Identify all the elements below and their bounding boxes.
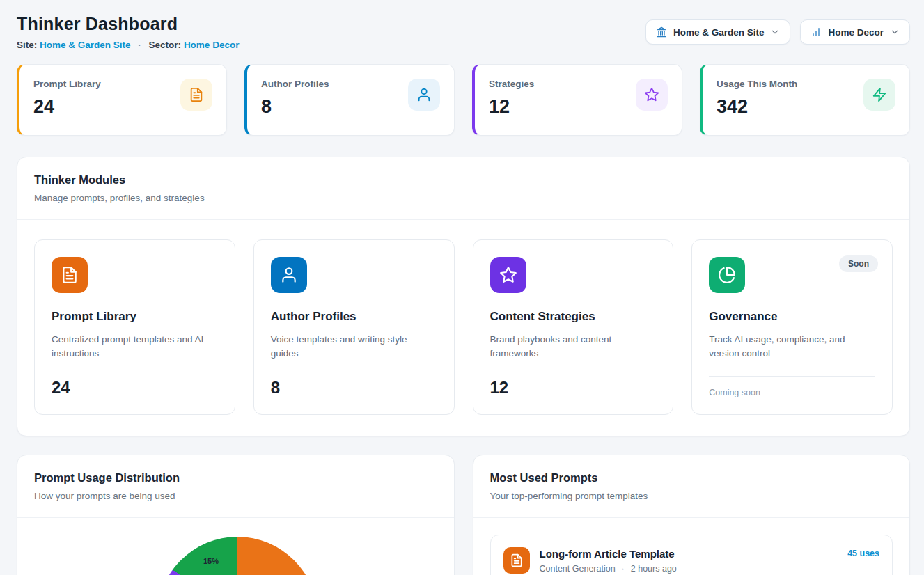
chevron-down-icon [770,27,780,37]
bar-chart-icon [811,26,822,38]
pie-chart-icon [709,257,745,293]
stat-value: 342 [717,96,797,118]
usage-card-title: Prompt Usage Distribution [34,471,437,485]
user-icon [271,257,307,293]
module-title: Content Strategies [490,310,657,324]
stat-label: Strategies [489,79,534,89]
module-description: Track AI usage, compliance, and version … [709,333,875,361]
stat-label: Author Profiles [261,79,329,89]
stat-text: Prompt Library 24 [33,79,101,118]
module-title: Author Profiles [271,310,437,324]
file-text-icon [503,547,530,574]
breadcrumb: Site: Home & Garden Site · Sector: Home … [17,40,239,50]
header-left: Thinker Dashboard Site: Home & Garden Si… [17,14,239,50]
divider [709,376,875,377]
prompt-item-time: 2 hours ago [631,564,677,574]
stat-label: Prompt Library [33,79,101,89]
coming-soon-text: Coming soon [709,388,875,397]
module-count: 8 [271,378,437,397]
stat-text: Author Profiles 8 [261,79,329,118]
breadcrumb-separator: · [138,40,141,50]
stat-card-strategies: Strategies 12 [472,64,682,136]
donut-chart [157,537,318,575]
modules-panel-header: Thinker Modules Manage prompts, profiles… [17,157,909,219]
modules-grid: Prompt Library Centralized prompt templa… [17,220,909,436]
file-text-icon [52,257,88,293]
module-description: Voice templates and writing style guides [271,333,437,361]
stat-card-prompt-library: Prompt Library 24 [17,64,227,136]
file-text-icon [180,79,212,111]
star-icon [490,257,526,293]
donut-chart-area: 15% [17,518,454,575]
site-link[interactable]: Home & Garden Site [40,40,131,50]
sector-label: Sector: [149,40,182,50]
most-used-prompts-card: Most Used Prompts Your top-performing pr… [473,455,911,575]
module-card-author-profiles[interactable]: Author Profiles Voice templates and writ… [253,239,455,415]
zap-icon [863,79,895,111]
donut-segment-label: 15% [197,557,225,565]
stat-value: 24 [33,96,101,118]
meta-separator: · [622,564,625,574]
stat-card-usage: Usage This Month 342 [700,64,910,136]
prompts-card-title: Most Used Prompts [490,471,893,485]
modules-subtitle: Manage prompts, profiles, and strategies [34,193,893,203]
stat-text: Usage This Month 342 [717,79,797,118]
module-description: Centralized prompt templates and AI inst… [52,333,218,361]
sector-link[interactable]: Home Decor [184,40,240,50]
prompt-item-text: Long-form Article Template Content Gener… [540,548,677,574]
user-icon [408,79,440,111]
usage-distribution-card: Prompt Usage Distribution How your promp… [17,455,455,575]
sector-selector-label: Home Decor [828,27,884,38]
stat-label: Usage This Month [717,79,797,89]
usage-card-header: Prompt Usage Distribution How your promp… [17,455,454,517]
stat-value: 12 [489,96,534,118]
prompts-card-header: Most Used Prompts Your top-performing pr… [473,455,910,517]
header-controls: Home & Garden Site Home Decor [645,19,910,45]
stat-value: 8 [261,96,329,118]
prompts-card-subtitle: Your top-performing prompt templates [490,491,893,501]
prompt-list-item[interactable]: Long-form Article Template Content Gener… [490,535,893,575]
module-card-content-strategies[interactable]: Content Strategies Brand playbooks and c… [473,239,674,415]
module-title: Governance [709,310,875,324]
module-card-prompt-library[interactable]: Prompt Library Centralized prompt templa… [34,239,235,415]
prompt-item-uses: 45 uses [847,547,879,558]
soon-badge: Soon [839,255,878,272]
dashboard-page: Thinker Dashboard Site: Home & Garden Si… [0,0,924,575]
site-selector-button[interactable]: Home & Garden Site [645,19,791,45]
usage-card-subtitle: How your prompts are being used [34,491,437,501]
site-label: Site: [17,40,37,50]
modules-title: Thinker Modules [34,173,893,187]
site-selector-label: Home & Garden Site [673,27,765,38]
prompt-item-meta: Content Generation · 2 hours ago [540,564,677,574]
landmark-icon [656,26,667,38]
module-description: Brand playbooks and content frameworks [490,333,657,361]
modules-panel: Thinker Modules Manage prompts, profiles… [17,157,910,436]
module-count: 24 [52,378,218,397]
module-card-governance: Soon Governance Track AI usage, complian… [691,239,893,415]
module-title: Prompt Library [52,310,218,324]
prompt-item-title: Long-form Article Template [540,548,677,560]
sector-selector-button[interactable]: Home Decor [800,19,910,45]
chevron-down-icon [890,27,900,37]
stat-text: Strategies 12 [489,79,534,118]
stats-row: Prompt Library 24 Author Profiles 8 Stra… [17,64,910,136]
star-icon [636,79,668,111]
prompt-item-category: Content Generation [540,564,616,574]
module-count: 12 [490,378,657,397]
bottom-row: Prompt Usage Distribution How your promp… [17,455,910,575]
stat-card-author-profiles: Author Profiles 8 [244,64,455,136]
page-title: Thinker Dashboard [17,14,239,34]
prompts-list: Long-form Article Template Content Gener… [473,518,910,575]
page-header: Thinker Dashboard Site: Home & Garden Si… [17,14,910,50]
